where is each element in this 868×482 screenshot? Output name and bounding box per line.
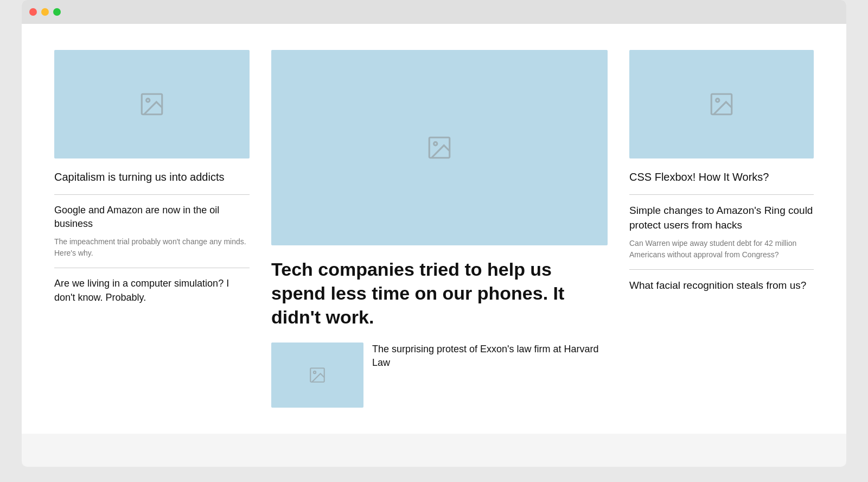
- divider-1: [54, 194, 250, 195]
- svg-point-7: [716, 99, 719, 102]
- right-divider-2: [629, 269, 814, 270]
- mid-headline[interactable]: Tech companies tried to help us spend le…: [271, 257, 608, 329]
- svg-point-1: [146, 99, 150, 102]
- right-article3-title[interactable]: What facial recognition steals from us?: [629, 278, 814, 293]
- divider-2: [54, 268, 250, 268]
- middle-column: Tech companies tried to help us spend le…: [271, 50, 608, 408]
- left-article3-title[interactable]: Are we living in a computer simulation? …: [54, 277, 250, 304]
- right-divider-1: [629, 194, 814, 195]
- left-column: Capitalism is turning us into addicts Go…: [54, 50, 250, 408]
- left-top-image: [54, 50, 250, 158]
- right-article2-desc: Can Warren wipe away student debt for 42…: [629, 238, 814, 261]
- minimize-button[interactable]: [41, 8, 49, 16]
- svg-point-5: [314, 371, 316, 373]
- left-article2-title[interactable]: Google and Amazon are now in the oil bus…: [54, 204, 250, 231]
- right-article2-title[interactable]: Simple changes to Amazon's Ring could pr…: [629, 204, 814, 232]
- left-article1-title[interactable]: Capitalism is turning us into addicts: [54, 169, 250, 185]
- mid-top-image: [271, 50, 608, 245]
- svg-point-3: [434, 142, 437, 145]
- browser-window: Capitalism is turning us into addicts Go…: [22, 0, 846, 467]
- main-content: Capitalism is turning us into addicts Go…: [22, 24, 846, 434]
- left-article2-desc: The impeachment trial probably won't cha…: [54, 236, 250, 259]
- close-button[interactable]: [29, 8, 37, 16]
- right-top-image: [629, 50, 814, 158]
- maximize-button[interactable]: [53, 8, 61, 16]
- right-article1-title[interactable]: CSS Flexbox! How It Works?: [629, 169, 814, 185]
- mid-sub-article-title[interactable]: The surprising protest of Exxon's law fi…: [372, 343, 608, 370]
- mid-sub-article: The surprising protest of Exxon's law fi…: [271, 343, 608, 408]
- mid-sub-image: [271, 343, 363, 408]
- titlebar: [22, 0, 846, 24]
- right-column: CSS Flexbox! How It Works? Simple change…: [629, 50, 814, 408]
